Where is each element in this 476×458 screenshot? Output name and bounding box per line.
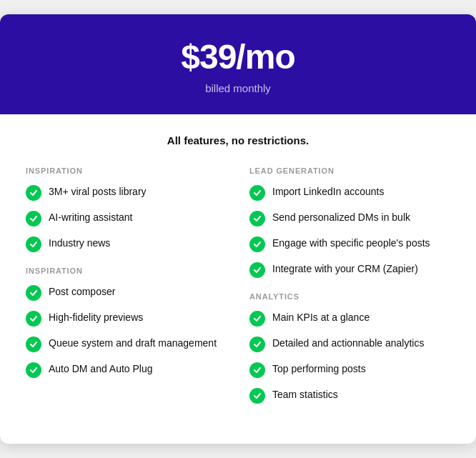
check-icon bbox=[26, 237, 41, 252]
list-item: Auto DM and Auto Plug bbox=[26, 362, 227, 378]
check-icon bbox=[249, 311, 265, 327]
right-column: LEAD GENERATION Import LinkedIn accounts… bbox=[249, 166, 450, 418]
feature-text: Post composer bbox=[49, 285, 115, 299]
section-title-analytics: ANALYTICS bbox=[249, 292, 450, 301]
check-icon bbox=[249, 262, 265, 278]
check-icon bbox=[249, 185, 265, 201]
check-icon bbox=[26, 185, 41, 201]
list-item: High-fidelity previews bbox=[26, 311, 227, 327]
feature-text: Engage with specific people's posts bbox=[272, 237, 430, 251]
check-icon bbox=[26, 362, 41, 378]
list-item: Engage with specific people's posts bbox=[249, 237, 450, 252]
check-icon bbox=[249, 362, 265, 378]
list-item: Top performing posts bbox=[249, 362, 450, 378]
check-icon bbox=[26, 211, 41, 226]
pricing-header: $39/mo billed monthly bbox=[0, 14, 476, 114]
billing-period: billed monthly bbox=[14, 82, 462, 94]
section-title-lead-generation: LEAD GENERATION bbox=[249, 166, 450, 175]
feature-text: Queue system and draft management bbox=[49, 337, 217, 351]
tagline: All features, no restrictions. bbox=[26, 134, 450, 146]
feature-text: Main KPIs at a glance bbox=[272, 311, 370, 325]
check-icon bbox=[249, 337, 265, 352]
feature-text: High-fidelity previews bbox=[49, 311, 143, 325]
list-item: Team statistics bbox=[249, 388, 450, 404]
left-column: INSPIRATION 3M+ viral posts library AI-w… bbox=[26, 166, 227, 418]
check-icon bbox=[26, 285, 41, 301]
feature-text: Send personalized DMs in bulk bbox=[272, 211, 410, 225]
section-title-inspiration-2: INSPIRATION bbox=[26, 267, 227, 275]
feature-text: Auto DM and Auto Plug bbox=[49, 362, 153, 377]
feature-text: AI-writing assistant bbox=[49, 211, 132, 225]
check-icon bbox=[249, 211, 265, 226]
list-item: Main KPIs at a glance bbox=[249, 311, 450, 327]
list-item: Industry news bbox=[26, 237, 227, 252]
feature-text: Team statistics bbox=[272, 388, 338, 402]
section-inspiration-1: INSPIRATION 3M+ viral posts library AI-w… bbox=[26, 166, 227, 252]
section-inspiration-2: INSPIRATION Post composer High-fidelity … bbox=[26, 267, 227, 378]
section-title-inspiration-1: INSPIRATION bbox=[26, 166, 227, 175]
list-item: Detailed and actionnable analytics bbox=[249, 337, 450, 352]
check-icon bbox=[249, 388, 265, 404]
feature-text: Integrate with your CRM (Zapier) bbox=[272, 262, 418, 277]
check-icon bbox=[26, 337, 41, 352]
list-item: 3M+ viral posts library bbox=[26, 185, 227, 201]
check-icon bbox=[26, 311, 41, 327]
feature-text: Industry news bbox=[49, 237, 110, 251]
section-lead-generation: LEAD GENERATION Import LinkedIn accounts… bbox=[249, 166, 450, 278]
pricing-card: $39/mo billed monthly All features, no r… bbox=[0, 14, 476, 444]
list-item: Post composer bbox=[26, 285, 227, 301]
feature-text: 3M+ viral posts library bbox=[49, 185, 147, 199]
feature-text: Top performing posts bbox=[272, 362, 366, 377]
pricing-body: All features, no restrictions. INSPIRATI… bbox=[0, 114, 476, 444]
check-icon bbox=[249, 237, 265, 252]
list-item: Send personalized DMs in bulk bbox=[249, 211, 450, 226]
features-columns: INSPIRATION 3M+ viral posts library AI-w… bbox=[26, 166, 450, 418]
section-analytics: ANALYTICS Main KPIs at a glance Detailed… bbox=[249, 292, 450, 404]
list-item: AI-writing assistant bbox=[26, 211, 227, 226]
feature-text: Import LinkedIn accounts bbox=[272, 185, 384, 199]
list-item: Integrate with your CRM (Zapier) bbox=[249, 262, 450, 278]
list-item: Import LinkedIn accounts bbox=[249, 185, 450, 201]
list-item: Queue system and draft management bbox=[26, 337, 227, 352]
price-display: $39/mo bbox=[14, 37, 462, 76]
feature-text: Detailed and actionnable analytics bbox=[272, 337, 424, 351]
